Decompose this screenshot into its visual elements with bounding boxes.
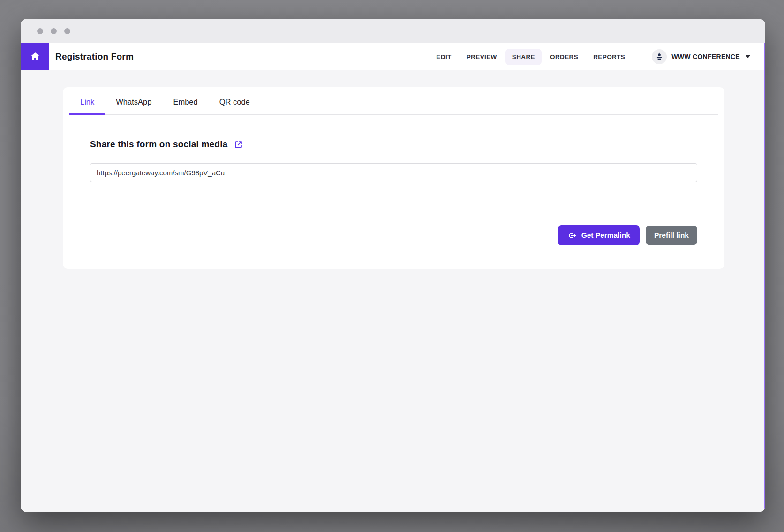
prefill-link-label: Prefill link: [654, 231, 689, 240]
app-header: Registration Form EDIT PREVIEW SHARE ORD…: [21, 43, 765, 70]
window-control-dot[interactable]: [51, 28, 57, 34]
window-titlebar: [21, 19, 765, 43]
card-actions: Get Permalink Prefill link: [558, 225, 697, 245]
page-title: Registration Form: [55, 52, 134, 62]
avatar: [652, 49, 667, 64]
prefill-link-button[interactable]: Prefill link: [646, 226, 697, 245]
conference-speaker-icon: [655, 52, 664, 61]
nav-reports[interactable]: REPORTS: [587, 49, 632, 65]
chevron-down-icon: [746, 55, 750, 58]
share-tabs: Link WhatsApp Embed QR code: [69, 87, 718, 115]
tab-link[interactable]: Link: [69, 94, 105, 115]
account-menu[interactable]: WWW CONFERENCE: [652, 49, 765, 64]
get-permalink-label: Get Permalink: [581, 231, 630, 240]
share-card: Link WhatsApp Embed QR code Share this f…: [63, 87, 724, 269]
nav-edit[interactable]: EDIT: [430, 49, 458, 65]
tab-whatsapp[interactable]: WhatsApp: [105, 94, 162, 115]
home-button[interactable]: [21, 43, 49, 70]
nav-share[interactable]: SHARE: [505, 49, 542, 65]
window-control-dot[interactable]: [37, 28, 43, 34]
home-icon: [29, 51, 41, 63]
main-nav: EDIT PREVIEW SHARE ORDERS REPORTS: [430, 49, 632, 65]
account-name: WWW CONFERENCE: [671, 53, 740, 60]
right-edge-accent-line: [764, 43, 765, 512]
get-permalink-button[interactable]: Get Permalink: [558, 225, 640, 245]
share-heading-text: Share this form on social media: [90, 139, 227, 150]
add-link-icon: [567, 231, 577, 240]
nav-preview[interactable]: PREVIEW: [460, 49, 504, 65]
tab-qr-code[interactable]: QR code: [209, 94, 261, 115]
nav-divider: [644, 47, 644, 66]
external-link-icon[interactable]: [234, 140, 243, 150]
app-window: Registration Form EDIT PREVIEW SHARE ORD…: [21, 19, 765, 512]
tab-embed[interactable]: Embed: [162, 94, 208, 115]
nav-orders[interactable]: ORDERS: [543, 49, 585, 65]
window-control-dot[interactable]: [64, 28, 70, 34]
share-link-input[interactable]: [90, 163, 697, 182]
share-heading: Share this form on social media: [90, 139, 697, 150]
content-area: Link WhatsApp Embed QR code Share this f…: [21, 70, 765, 512]
